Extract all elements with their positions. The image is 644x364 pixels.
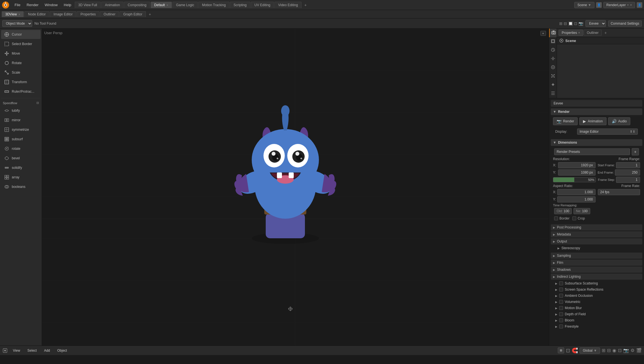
tool-mirror[interactable]: mirror [1,116,41,125]
aspect-y-field[interactable]: 1.000 [557,196,596,202]
workspace-tab-uvediting[interactable]: UV Editing [251,2,274,8]
tool-select-border[interactable]: Select Border [1,39,41,48]
output-header[interactable]: ▶ Output [551,238,642,244]
bottom-mode-icon[interactable] [2,348,8,353]
viewport-icon-4[interactable]: ⊡ [574,21,577,26]
tool-rotate[interactable]: Rotate [1,59,41,67]
frame-rate-field[interactable]: 24 fps [598,189,640,195]
viewport-icon-1[interactable]: ⊞ [559,21,563,26]
crop-check-label[interactable]: Crop [572,216,585,220]
depth-of-field-item[interactable]: ▶ Depth of Field [553,311,640,317]
menu-file[interactable]: File [12,2,23,8]
tool-solidify[interactable]: solidify [1,163,41,172]
bottom-icon-6[interactable]: ⚙ [631,348,634,353]
snap-icon[interactable]: ⊡ [566,347,570,354]
vol-check[interactable] [559,300,563,304]
tab-icon-camera[interactable] [549,29,557,37]
menu-help[interactable]: Help [61,2,74,8]
menu-render[interactable]: Render [24,2,41,8]
subsurface-scattering-item[interactable]: ▶ Subsurface Scattering [553,280,640,286]
workspace-tab-animation[interactable]: Animation [101,2,123,8]
screen-space-reflections-item[interactable]: ▶ Screen Space Reflections [553,286,640,293]
res-x-field[interactable]: 1920 px [558,162,596,168]
animation-button[interactable]: ▶ Animation [579,117,606,125]
workspace-tab-default-close[interactable]: × [167,4,168,7]
workspace-tab-gamelogic[interactable]: Game Logic [172,2,198,8]
tool-scale[interactable]: Scale [1,68,41,77]
border-checkbox[interactable] [554,216,558,220]
tab-icon-layers[interactable] [549,37,557,46]
frame-step-field[interactable]: 1 [616,177,640,183]
film-header[interactable]: ▶ Film [551,260,642,266]
ao-check[interactable] [559,294,563,298]
freestyle-item[interactable]: ▶ Freestyle [553,323,640,330]
tool-bevel[interactable]: bevel [1,154,41,163]
properties-tab-close[interactable]: × [578,31,580,35]
crop-checkbox[interactable] [572,216,576,220]
bottom-icon-7[interactable]: 🎬 [636,348,642,353]
renderlayer-selector[interactable]: RenderLayer + × [603,2,635,8]
user-icon[interactable]: 👤 [596,2,602,8]
tab-icon-constraints[interactable] [549,81,557,89]
user2-icon[interactable]: 👤 [637,2,642,8]
workspace-add-tab[interactable]: + [302,2,309,8]
bloom-check[interactable] [559,318,563,322]
dof-check[interactable] [559,312,563,316]
end-frame-field[interactable]: 250 [615,169,640,176]
editor-tab-3dview[interactable]: 3DView × [2,11,24,17]
aspect-x-field[interactable]: 1.000 [557,189,595,195]
tab-icon-settings[interactable] [549,55,557,63]
volumetric-item[interactable]: ▶ Volumetric [553,299,640,305]
display-value[interactable]: Image Editor ⬆⬇ [577,129,638,135]
add-panel-tab[interactable]: + [602,30,609,36]
bottom-icon-5[interactable]: 📷 [623,348,629,353]
tool-booleans[interactable]: booleans [1,182,41,191]
tool-move[interactable]: Move [1,49,41,58]
tool-cursor[interactable]: Cursor [1,30,41,39]
ambient-occlusion-item[interactable]: ▶ Ambient Occlusion [553,293,640,299]
tool-subsurf[interactable]: subsurf [1,135,41,144]
tab-icon-modifiers[interactable] [549,89,557,98]
sampling-header[interactable]: ▶ Sampling [551,253,642,259]
bloom-item[interactable]: ▶ Bloom [553,317,640,323]
command-settings-btn[interactable]: Command Settings [608,20,642,27]
viewport-icon-5[interactable]: 📷 [578,21,583,26]
editor-tab-imageeditor[interactable]: Image Editor [50,11,76,17]
mb-check[interactable] [559,306,563,310]
editor-tab-3dview-close[interactable]: × [18,13,20,16]
editor-tab-nodeeditor[interactable]: Node Editor [24,11,49,17]
scene-selector[interactable]: Scene ▼ [574,2,594,8]
start-frame-field[interactable]: 1 [616,162,640,168]
magnet-icon[interactable]: 🧲 [572,347,578,354]
tool-array[interactable]: array [1,173,41,182]
workspace-tab-compositing[interactable]: Compositing [124,2,150,8]
time-remap-ne[interactable]: Ne: 100 [573,208,590,214]
tool-rotate2[interactable]: rotate [1,144,41,153]
tool-ruler[interactable]: Ruler/Protrac... [1,87,41,96]
bottom-object[interactable]: Object [55,348,69,353]
render-button[interactable]: 📷 Render [553,117,578,125]
workspace-tab-default[interactable]: Default × [151,2,172,8]
bottom-icon-2[interactable]: ⊟ [607,348,611,353]
properties-tab[interactable]: Properties × [559,30,583,36]
audio-button[interactable]: 🔊 Audio [608,117,631,125]
editor-tab-outliner[interactable]: Outliner [100,11,119,17]
ss-check[interactable] [559,281,563,285]
tool-transform[interactable]: Transform [1,78,41,87]
workspace-tab-motiontracking[interactable]: Motion Tracking [198,2,229,8]
bottom-select[interactable]: Select [25,348,39,353]
freestyle-check[interactable] [559,325,563,328]
tool-tubify[interactable]: tubify [1,106,41,115]
shadows-header[interactable]: ▶ Shadows [551,267,642,273]
menu-window[interactable]: Window [42,2,60,8]
editor-tab-grapheditor[interactable]: Graph Editor [120,11,146,17]
viewport-icon-2[interactable]: ⊟ [564,21,567,26]
editor-tab-add[interactable]: + [146,11,153,17]
dimensions-header[interactable]: ▼ Dimensions [551,139,642,146]
tool-symmetrize[interactable]: symmetrize [1,125,41,134]
stereoscopy-item[interactable]: ▶ Stereoscopy [555,245,638,251]
tab-icon-render[interactable] [549,46,557,55]
bottom-icon-1[interactable]: ⊞ [602,348,605,353]
tab-icon-particles[interactable] [549,72,557,81]
metadata-header[interactable]: ▶ Metadata [551,231,642,237]
